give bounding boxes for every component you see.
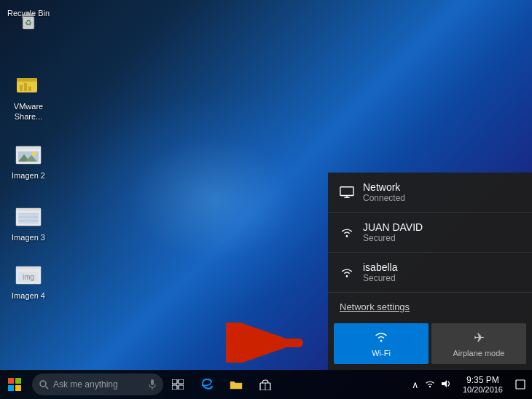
network-connected-status: Connected: [363, 193, 405, 203]
recycle-bin-icon: ♻: [15, 8, 42, 34]
search-bar[interactable]: Ask me anything: [32, 374, 163, 395]
network-settings-text: Network settings: [340, 301, 410, 312]
svg-rect-22: [16, 266, 41, 269]
isabella-info: isabella Secured: [363, 261, 397, 283]
svg-point-47: [429, 385, 431, 387]
airplane-qa-label: Airplane mode: [453, 349, 505, 357]
tray-expand-icon[interactable]: ∧: [410, 378, 420, 392]
juan-david-info: JUAN DAVID Secured: [363, 221, 423, 243]
wifi-icon-isabella: [340, 266, 354, 279]
file-explorer-button[interactable]: [222, 370, 251, 399]
svg-rect-16: [16, 208, 41, 211]
svg-rect-5: [17, 78, 37, 82]
airplane-quick-action[interactable]: ✈ Airplane mode: [431, 323, 526, 364]
airplane-qa-icon: ✈: [474, 330, 485, 346]
svg-text:img: img: [23, 273, 34, 281]
svg-rect-42: [179, 379, 184, 384]
desktop-icon-imagen3[interactable]: Imagen 3: [3, 200, 54, 245]
wifi-qa-label: Wi-Fi: [372, 349, 391, 357]
isabella-item[interactable]: isabella Secured: [328, 253, 532, 293]
tray-volume-icon[interactable]: [439, 378, 453, 392]
monitor-icon: [340, 186, 354, 199]
taskbar-icons: [163, 370, 280, 399]
imagen2-label: Imagen 2: [12, 170, 45, 181]
svg-rect-10: [16, 146, 41, 149]
svg-rect-33: [8, 378, 14, 384]
edge-button[interactable]: [192, 370, 222, 399]
juan-david-name: JUAN DAVID: [363, 221, 423, 233]
svg-rect-1: [26, 12, 31, 15]
imagen2-icon: [15, 141, 42, 167]
isabella-status: Secured: [363, 273, 397, 283]
svg-rect-8: [28, 87, 31, 91]
desktop-icon-vmware[interactable]: VMware Share...: [3, 69, 54, 125]
desktop-icon-imagen4[interactable]: img Imagen 4: [3, 258, 54, 304]
task-view-button[interactable]: [163, 370, 192, 399]
imagen3-label: Imagen 3: [12, 232, 45, 242]
svg-point-28: [346, 235, 348, 237]
svg-line-38: [46, 386, 49, 389]
network-panel: Network Connected JUAN DAVID Secured: [328, 173, 532, 370]
network-settings-link[interactable]: Network settings: [328, 293, 532, 320]
microphone-icon: [149, 379, 156, 390]
svg-point-30: [380, 339, 383, 341]
svg-rect-7: [24, 83, 27, 91]
svg-rect-43: [172, 385, 177, 390]
imagen4-label: Imagen 4: [12, 291, 45, 301]
svg-rect-17: [18, 213, 39, 224]
svg-point-37: [40, 381, 46, 387]
network-connected-info: Network Connected: [363, 181, 405, 203]
desktop: ♻ Recycle Bin VMware Share...: [0, 0, 532, 399]
svg-text:♻: ♻: [25, 18, 32, 27]
svg-rect-36: [15, 385, 21, 391]
svg-point-14: [32, 151, 36, 156]
svg-rect-25: [340, 187, 353, 196]
desktop-icon-imagen2[interactable]: Imagen 2: [3, 138, 54, 183]
svg-marker-48: [442, 380, 447, 387]
quick-actions: Wi-Fi ✈ Airplane mode: [328, 320, 532, 370]
imagen4-icon: img: [15, 261, 42, 288]
wifi-quick-action[interactable]: Wi-Fi: [334, 323, 429, 364]
svg-rect-44: [179, 385, 184, 390]
system-tray: ∧: [406, 370, 457, 399]
isabella-name: isabella: [363, 261, 397, 273]
taskbar: Ask me anything: [0, 370, 532, 399]
svg-rect-6: [20, 85, 23, 91]
wifi-qa-icon: [374, 331, 388, 346]
vmware-icon: [15, 72, 42, 98]
vmware-label: VMware Share...: [6, 101, 51, 122]
red-arrow: [226, 323, 299, 359]
notification-button[interactable]: [509, 370, 532, 399]
search-label: Ask me anything: [53, 379, 118, 390]
tray-network-icon[interactable]: [423, 378, 437, 392]
taskbar-right: ∧ 9:35 P: [406, 370, 532, 399]
wifi-icon-juan: [340, 226, 354, 239]
store-button[interactable]: [251, 370, 280, 399]
network-connected-name: Network: [363, 181, 405, 193]
svg-rect-49: [516, 380, 525, 389]
svg-point-29: [346, 275, 348, 277]
svg-rect-39: [151, 379, 154, 385]
juan-david-item[interactable]: JUAN DAVID Secured: [328, 213, 532, 253]
imagen3-icon: [15, 203, 42, 229]
clock-date: 10/20/2016: [463, 385, 503, 394]
search-icon: [39, 380, 49, 390]
svg-rect-35: [8, 385, 14, 391]
svg-rect-34: [15, 378, 21, 384]
svg-rect-41: [172, 379, 177, 384]
clock-time: 9:35 PM: [466, 375, 499, 385]
network-connected-item[interactable]: Network Connected: [328, 173, 532, 213]
start-button[interactable]: [0, 370, 29, 399]
desktop-icon-recycle-bin[interactable]: ♻ Recycle Bin: [3, 5, 54, 21]
clock-area[interactable]: 9:35 PM 10/20/2016: [457, 370, 509, 399]
juan-david-status: Secured: [363, 233, 423, 243]
